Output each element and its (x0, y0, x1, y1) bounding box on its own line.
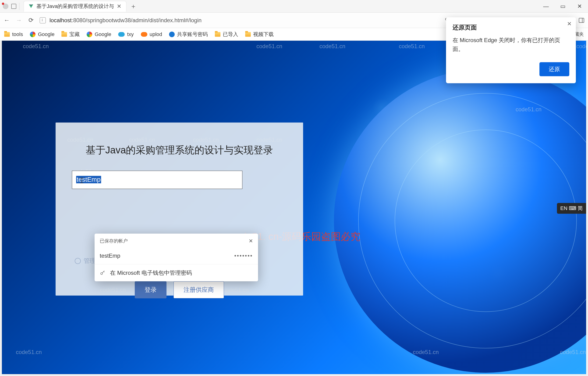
vue-favicon-icon (29, 4, 34, 9)
ime-text: EN ⌨ 简 (560, 205, 583, 212)
cloud-icon (118, 32, 125, 37)
autofill-entry[interactable]: testEmp ••••••• (94, 247, 258, 264)
site-icon (169, 32, 175, 37)
fav-video-dl[interactable]: 视频下载 (245, 31, 274, 38)
restore-popup: ✕ 还原页面 在 Microsoft Edge 关闭时，你有已打开的页面。 还原 (446, 17, 576, 83)
minimize-button[interactable]: ― (537, 0, 554, 13)
autofill-password-mask: ••••••• (234, 253, 253, 259)
folder-icon (245, 32, 251, 37)
autofill-manage-label: 在 Microsoft 电子钱包中管理密码 (110, 269, 192, 277)
cloud-icon (141, 32, 147, 37)
page-viewport: code51.cn code51.cn code51.cn code51.cn … (2, 41, 586, 374)
divider (19, 3, 19, 10)
svg-rect-6 (579, 18, 584, 22)
sidebar-toggle-icon[interactable] (578, 17, 585, 24)
restore-close-icon[interactable]: ✕ (567, 21, 572, 27)
fav-tools[interactable]: tools (4, 31, 23, 37)
username-input[interactable] (72, 171, 242, 189)
restore-body: 在 Microsoft Edge 关闭时，你有已打开的页面。 (452, 36, 569, 54)
workspaces-icon[interactable] (11, 4, 16, 9)
profile-icon[interactable] (3, 3, 8, 9)
maximize-button[interactable]: ▭ (554, 0, 571, 13)
close-window-button[interactable]: ✕ (571, 0, 588, 13)
folder-icon (4, 32, 10, 37)
register-supplier-button[interactable]: 注册供应商 (174, 281, 224, 298)
fav-imported[interactable]: 已导入 (215, 31, 238, 38)
url-text: localhost:8080/springbootwdw38/admin/dis… (50, 17, 201, 24)
restore-title: 还原页面 (452, 23, 569, 32)
key-icon (100, 270, 105, 276)
browser-tab[interactable]: 基于Java的采购管理系统的设计与 ✕ (24, 1, 126, 12)
autofill-manage-link[interactable]: 在 Microsoft 电子钱包中管理密码 (94, 264, 258, 281)
radio-circle-icon (75, 258, 81, 264)
fav-shared-pwd[interactable]: 共享账号密码 (169, 31, 208, 38)
autofill-username: testEmp (100, 253, 120, 259)
reload-button[interactable]: ⟳ (28, 17, 35, 24)
fav-txy[interactable]: txy (118, 31, 134, 37)
google-icon (87, 32, 92, 37)
new-tab-button[interactable]: ＋ (130, 2, 136, 11)
google-icon (30, 32, 35, 37)
site-info-icon[interactable] (40, 17, 46, 23)
fav-google-2[interactable]: Google (87, 31, 111, 37)
title-bar: 基于Java的采购管理系统的设计与 ✕ ＋ ― ▭ ✕ (0, 0, 588, 13)
fav-uplod[interactable]: uplod (141, 31, 162, 37)
forward-button: → (15, 17, 22, 24)
restore-button[interactable]: 还原 (539, 62, 569, 76)
login-button[interactable]: 登录 (135, 281, 167, 298)
url-box[interactable]: localhost:8080/springbootwdw38/admin/dis… (40, 15, 435, 26)
fav-google-1[interactable]: Google (30, 31, 54, 37)
folder-icon (62, 32, 67, 37)
autofill-header: 已保存的帐户 (100, 238, 128, 244)
tab-title: 基于Java的采购管理系统的设计与 (36, 3, 114, 10)
close-tab-icon[interactable]: ✕ (117, 3, 121, 10)
autofill-close-icon[interactable]: ✕ (249, 238, 253, 244)
svg-point-8 (101, 273, 103, 275)
ime-badge[interactable]: EN ⌨ 简 (557, 203, 586, 214)
fav-treasure[interactable]: 宝藏 (62, 31, 80, 38)
back-button[interactable]: ← (3, 17, 10, 24)
autofill-dropdown: 已保存的帐户 ✕ testEmp ••••••• 在 Microsoft 电子钱… (94, 234, 258, 281)
folder-icon (215, 32, 220, 37)
login-title: 基于Java的采购管理系统的设计与实现登录 (72, 144, 287, 157)
